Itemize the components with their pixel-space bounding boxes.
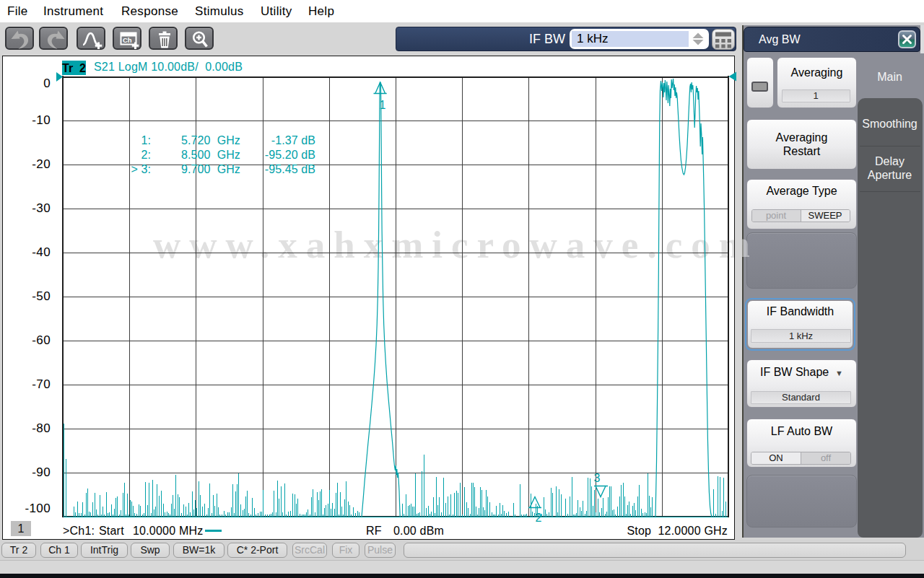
svg-text:Ch: Ch bbox=[123, 36, 132, 44]
